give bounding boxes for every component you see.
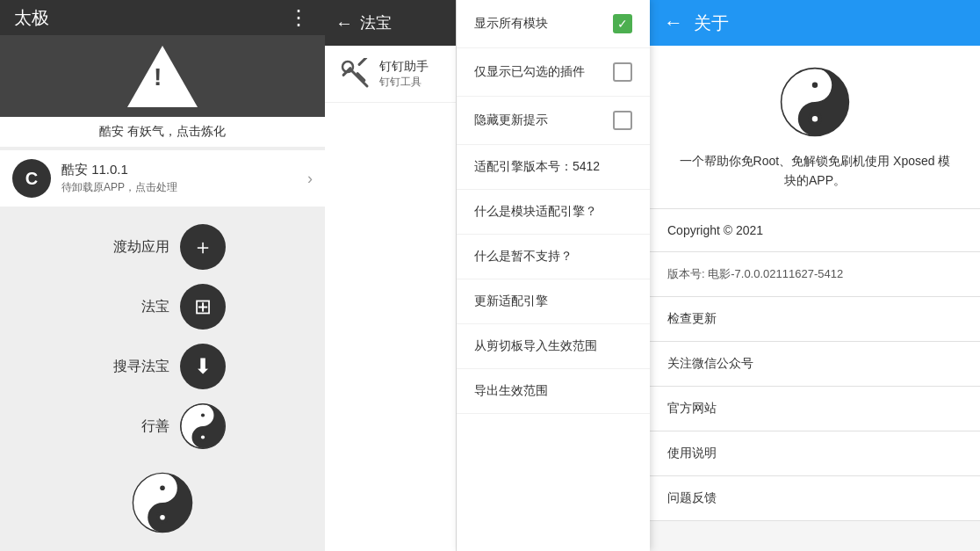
copyright-text: Copyright © 2021: [667, 223, 763, 237]
version-text: 版本号: 电影-7.0.0.02111627-5412: [667, 267, 843, 280]
left-title: 太极: [14, 6, 49, 30]
warning-banner: [0, 35, 325, 117]
dropdown-label-0: 显示所有模块: [474, 16, 548, 32]
version-item: 版本号: 电影-7.0.0.02111627-5412: [650, 252, 980, 297]
menu-feedback[interactable]: 问题反馈: [650, 476, 980, 521]
app-arrow-icon: ›: [307, 170, 313, 188]
right-panel: ← 关于 一个帮助你免Root、免解锁免刷机使用 Xposed 模块的APP。 …: [650, 0, 980, 551]
more-options-icon[interactable]: ⋮: [288, 5, 311, 30]
menu-wechat[interactable]: 关注微信公众号: [650, 342, 980, 387]
dropdown-panel: 显示所有模块 ✓ 仅显示已勾选的插件 隐藏更新提示 适配引擎版本号：5412 什…: [457, 0, 650, 551]
svg-point-4: [201, 435, 205, 439]
action-label-1: 渡劫应用: [99, 238, 169, 257]
dropdown-item-6[interactable]: 更新适配引擎: [457, 279, 650, 324]
action-row-1: 渡劫应用 ＋: [99, 224, 226, 270]
yin-yang-bottom-icon: [132, 472, 193, 533]
dropdown-item-7[interactable]: 从剪切板导入生效范围: [457, 324, 650, 369]
action-buttons: 渡劫应用 ＋ 法宝 ⊞ 搜寻法宝 ⬇ 行善: [0, 207, 325, 551]
grid-icon: ⊞: [194, 294, 212, 319]
dropdown-item-2[interactable]: 隐藏更新提示: [457, 97, 650, 145]
dropdown-label-5: 什么是暂不支持？: [474, 249, 573, 265]
right-title: 关于: [694, 11, 729, 35]
about-logo-section: [650, 46, 980, 151]
svg-point-8: [160, 485, 165, 490]
menu-manual[interactable]: 使用说明: [650, 431, 980, 476]
dropdown-item-4[interactable]: 什么是模块适配引擎？: [457, 190, 650, 235]
svg-point-3: [201, 413, 205, 417]
dropdown-item-1[interactable]: 仅显示已勾选的插件: [457, 48, 650, 97]
app-info: 酷安 11.0.1 待卸载原APP，点击处理: [61, 162, 307, 195]
app-icon: C: [12, 159, 51, 198]
dropdown-item-3: 适配引擎版本号：5412: [457, 145, 650, 190]
about-yin-yang-icon: [780, 67, 850, 137]
left-panel: 太极 ⋮ 酷安 有妖气，点击炼化 C 酷安 11.0.1 待卸载原APP，点击处…: [0, 0, 325, 551]
dropdown-item-8[interactable]: 导出生效范围: [457, 369, 650, 414]
left-header: 太极 ⋮: [0, 0, 325, 35]
svg-point-18: [812, 83, 818, 88]
dropdown-label-3: 适配引擎版本号：5412: [474, 159, 600, 173]
svg-line-14: [351, 70, 367, 86]
checkbox-checked-icon: ✓: [613, 14, 632, 33]
menu-official-site[interactable]: 官方网站: [650, 387, 980, 431]
app-item[interactable]: C 酷安 11.0.1 待卸载原APP，点击处理 ›: [0, 150, 325, 207]
warning-triangle-icon: [127, 46, 198, 107]
dropdown-label-8: 导出生效范围: [474, 383, 548, 399]
action-btn-3[interactable]: ⬇: [180, 344, 226, 389]
dropdown-label-4: 什么是模块适配引擎？: [474, 204, 597, 220]
checkbox-empty-icon-1: [613, 62, 632, 82]
dropdown-label-2: 隐藏更新提示: [474, 112, 548, 128]
plus-icon: ＋: [192, 233, 213, 261]
download-icon: ⬇: [194, 354, 212, 379]
right-content: 一个帮助你免Root、免解锁免刷机使用 Xposed 模块的APP。 Copyr…: [650, 46, 980, 551]
action-row-3: 搜寻法宝 ⬇: [99, 344, 226, 389]
svg-point-19: [812, 116, 818, 121]
svg-point-9: [160, 515, 165, 520]
dropdown-label-1: 仅显示已勾选的插件: [474, 64, 585, 80]
plugin-names: 钉钉助手 钉钉工具: [379, 59, 429, 90]
action-btn-4[interactable]: [180, 403, 226, 449]
right-header: ← 关于: [650, 0, 980, 46]
app-name: 酷安 11.0.1: [61, 162, 307, 178]
plugin-name2: 钉钉工具: [379, 75, 429, 90]
dropdown-item-5[interactable]: 什么是暂不支持？: [457, 235, 650, 279]
plugin-item[interactable]: 钉钉助手 钉钉工具: [325, 46, 456, 103]
middle-title: 法宝: [360, 12, 392, 33]
plugin-name1: 钉钉助手: [379, 59, 429, 75]
about-desc-text: 一个帮助你免Root、免解锁免刷机使用 Xposed 模块的APP。: [680, 154, 951, 187]
tools-icon: [339, 58, 371, 90]
action-btn-2[interactable]: ⊞: [180, 284, 226, 330]
svg-rect-11: [357, 58, 368, 67]
copyright-item: Copyright © 2021: [650, 209, 980, 252]
action-label-2: 法宝: [99, 298, 169, 316]
action-label-3: 搜寻法宝: [99, 358, 169, 376]
dropdown-label-7: 从剪切板导入生效范围: [474, 338, 597, 354]
yin-yang-btn-icon: [180, 403, 226, 449]
checkbox-empty-icon-2: [613, 111, 632, 130]
about-description: 一个帮助你免Root、免解锁免刷机使用 Xposed 模块的APP。: [650, 151, 980, 209]
back-arrow-icon[interactable]: ←: [335, 13, 353, 33]
dropdown-item-0[interactable]: 显示所有模块 ✓: [457, 0, 650, 48]
app-status: 待卸载原APP，点击处理: [61, 180, 307, 195]
action-row-4: 行善: [99, 403, 226, 449]
dropdown-label-6: 更新适配引擎: [474, 294, 548, 309]
menu-check-update[interactable]: 检查更新: [650, 297, 980, 342]
action-row-2: 法宝 ⊞: [99, 284, 226, 330]
action-label-4: 行善: [99, 417, 169, 436]
warning-text[interactable]: 酷安 有妖气，点击炼化: [0, 117, 325, 147]
right-back-icon[interactable]: ←: [664, 11, 683, 34]
action-btn-1[interactable]: ＋: [180, 224, 226, 270]
middle-panel: ← 法宝 钉钉助手 钉钉工具: [325, 0, 457, 551]
middle-header: ← 法宝: [325, 0, 456, 46]
plugin-icon-wrap: [337, 56, 372, 91]
